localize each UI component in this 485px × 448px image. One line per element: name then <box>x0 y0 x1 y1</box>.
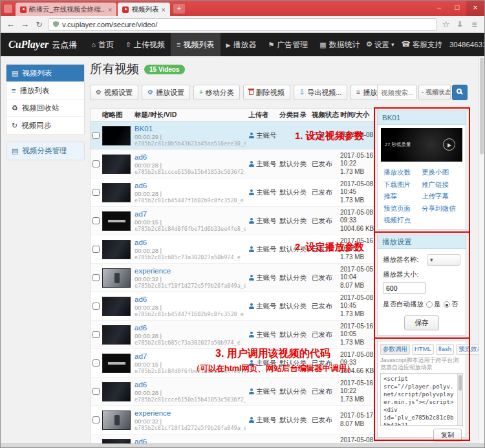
page-scrollbar-thumb[interactable] <box>480 58 484 155</box>
sidebar-item[interactable]: 视频列表 <box>6 65 84 82</box>
account-email[interactable]: 3048646311@qq... <box>449 41 485 48</box>
video-title-link[interactable]: ad7 <box>135 210 246 219</box>
nav-item[interactable]: 广告管理 <box>262 33 314 56</box>
video-action-link[interactable]: 预览页面 <box>383 204 422 213</box>
toolbar-button[interactable]: 导出视频... <box>294 85 348 100</box>
embed-code-box[interactable]: <script src="//player.polyv.net/script/p… <box>380 373 463 426</box>
tab-close-icon[interactable]: × <box>161 6 165 13</box>
video-thumbnail[interactable] <box>102 354 131 373</box>
code-scrollbar-thumb[interactable] <box>458 375 462 390</box>
video-action-link[interactable]: 分享到微信 <box>422 204 460 213</box>
video-title-link[interactable]: ad6 <box>135 381 246 389</box>
video-action-link[interactable]: 推荐 <box>383 192 422 201</box>
video-action-link[interactable]: 下载图片 <box>383 180 422 189</box>
video-thumbnail[interactable] <box>102 268 131 288</box>
tab-close-icon[interactable]: × <box>108 6 112 13</box>
sidebar-item[interactable]: 视频同步 <box>6 117 84 134</box>
close-button[interactable] <box>466 1 484 16</box>
row-checkbox[interactable] <box>92 160 100 167</box>
video-title-link[interactable]: ad6 <box>135 153 246 162</box>
nav-item[interactable]: 数据统计 <box>314 33 365 56</box>
copy-button[interactable]: 复制 <box>433 429 462 442</box>
table-row[interactable]: ad7 00:00:15 | e785b2c81c84d0f6fbe71d6b3… <box>91 207 374 235</box>
row-checkbox[interactable] <box>92 388 100 395</box>
browser-menu-icon[interactable] <box>469 19 480 30</box>
video-thumbnail[interactable] <box>102 382 131 401</box>
header-status[interactable]: 视频状态 <box>310 111 339 120</box>
video-action-link[interactable]: 推广链接 <box>422 180 460 189</box>
bookmark-star-icon[interactable] <box>440 19 451 30</box>
nav-item[interactable]: 首页 <box>85 33 120 56</box>
support-link[interactable]: 客服支持 <box>402 40 442 50</box>
player-name-select[interactable] <box>427 254 460 266</box>
sidebar-item[interactable]: 播放列表 <box>6 82 84 100</box>
video-title-link[interactable]: ad6 <box>135 182 246 190</box>
table-row[interactable]: ad6 00:00:28 | e785b2c81c685c73a302027a5… <box>91 321 374 349</box>
video-action-link[interactable]: 视频打点 <box>383 216 422 225</box>
maximize-button[interactable] <box>448 1 466 16</box>
header-title[interactable]: 标题/时长/VID <box>133 111 247 120</box>
video-thumbnail[interactable] <box>102 439 131 444</box>
autoplay-yes-radio[interactable] <box>426 301 433 308</box>
row-checkbox[interactable] <box>92 331 100 338</box>
minimize-button[interactable] <box>430 1 448 16</box>
header-uploader[interactable]: 上传者 <box>247 111 278 120</box>
table-row[interactable]: ad6 00:00:28 | e785b2c81ccce6150a15b4105… <box>91 150 374 178</box>
row-checkbox[interactable] <box>92 189 100 196</box>
back-button[interactable] <box>5 19 16 30</box>
table-row[interactable]: experience 00:00:32 | e785b2c81cf10f1d27… <box>91 264 374 292</box>
table-row[interactable]: experience 00:00:32 | e785b2c81cf10f1d27… <box>91 406 374 434</box>
row-checkbox[interactable] <box>92 303 100 310</box>
video-thumbnail[interactable] <box>102 297 131 316</box>
browser-tab[interactable]: 酷播云_在线视频全终端... × <box>16 3 116 16</box>
video-title-link[interactable]: ad6 <box>135 295 246 304</box>
code-tab[interactable]: HTML <box>412 344 434 355</box>
table-row[interactable]: BK01 00:00:29 | e785b2c81c0b5b43b21a45aa… <box>91 122 374 150</box>
browser-tab[interactable]: 视频列表 × <box>118 3 169 16</box>
code-tab[interactable]: flash <box>436 344 454 355</box>
table-row[interactable]: ad7 00:00:15 | e785b2c81c84d0f6fbe71d6b3… <box>91 349 374 378</box>
row-checkbox[interactable] <box>92 132 100 139</box>
video-title-link[interactable]: ad7 <box>135 352 246 361</box>
video-title-link[interactable]: experience <box>135 267 246 275</box>
reload-button[interactable] <box>34 19 45 30</box>
video-title-link[interactable]: ad6 <box>135 324 246 332</box>
video-title-link[interactable]: ad6 <box>135 438 246 444</box>
video-action-link[interactable]: 上传字幕 <box>422 192 460 201</box>
settings-menu[interactable]: 设置 <box>366 40 394 50</box>
video-action-link[interactable]: 更换小图 <box>422 168 460 177</box>
video-thumbnail[interactable] <box>102 126 131 145</box>
page-scrollbar[interactable] <box>479 56 484 443</box>
table-row[interactable]: ad6 00:00:28 | e785b2c81cb45447f1602b9c8… <box>91 434 374 443</box>
header-time-size[interactable]: 时间/大小 <box>339 111 374 120</box>
nav-item[interactable]: 视频列表 <box>171 33 220 56</box>
video-thumbnail[interactable] <box>102 240 131 259</box>
table-row[interactable]: ad6 00:00:28 | e785b2c81cb45447f1602b9c8… <box>91 292 374 321</box>
row-checkbox[interactable] <box>92 359 100 367</box>
save-button[interactable]: 保存 <box>404 315 439 330</box>
forward-button[interactable] <box>19 19 30 30</box>
downloads-icon[interactable] <box>455 19 466 30</box>
video-title-link[interactable]: experience <box>135 409 246 418</box>
table-row[interactable]: ad6 00:00:28 | e785b2c81cb45447f1602b9c8… <box>91 178 374 207</box>
video-thumbnail[interactable] <box>102 211 131 231</box>
search-button[interactable] <box>452 85 468 100</box>
toolbar-button[interactable]: 视频设置 <box>90 85 138 100</box>
code-scrollbar[interactable] <box>457 374 462 425</box>
brand-logo[interactable]: CuPlayer 云点播 <box>1 39 85 51</box>
toolbar-button[interactable]: 播放设置 <box>142 85 190 100</box>
url-field[interactable]: v.cuplayer.com/secure/video/ <box>48 18 437 31</box>
autoplay-no-radio[interactable] <box>444 301 450 308</box>
nav-item[interactable]: 上传视频 <box>120 33 171 56</box>
row-checkbox[interactable] <box>92 274 100 281</box>
row-checkbox[interactable] <box>92 416 100 423</box>
video-thumbnail[interactable] <box>102 325 131 345</box>
table-row[interactable]: ad6 00:00:28 | e785b2c81c685c73a302027a5… <box>91 235 374 264</box>
table-row[interactable]: ad6 00:00:28 | e785b2c81ccce6150a15b4105… <box>91 378 374 406</box>
code-tab[interactable]: 参数调用 <box>380 344 410 355</box>
toolbar-button[interactable]: 移动分类 <box>193 85 240 100</box>
video-thumbnail[interactable] <box>102 183 131 202</box>
row-checkbox[interactable] <box>92 246 100 253</box>
header-thumbnail[interactable]: 缩略图 <box>101 111 133 120</box>
video-thumbnail[interactable] <box>102 155 131 174</box>
